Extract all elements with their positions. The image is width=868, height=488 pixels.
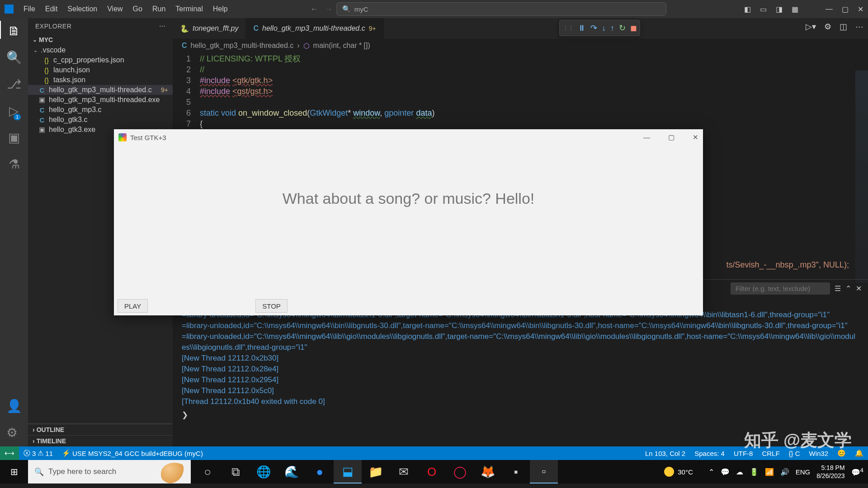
window-maximize-icon[interactable]: ▢ <box>842 5 849 14</box>
collapse-icon[interactable]: ⌃ <box>845 284 851 293</box>
cortana-icon[interactable]: ○ <box>193 460 222 483</box>
settings-gear-icon[interactable]: ⚙ <box>6 425 22 440</box>
gtk-close-icon[interactable]: ✕ <box>693 133 698 141</box>
layout-primary-icon[interactable]: ◧ <box>744 5 751 14</box>
vscode-taskbar-icon[interactable]: ⬓ <box>334 460 362 483</box>
testing-icon[interactable]: ⚗ <box>9 157 20 172</box>
start-button[interactable]: ⊞ <box>0 460 28 483</box>
chrome-icon[interactable]: 🌐 <box>250 460 278 483</box>
tray-volume-icon[interactable]: 🔊 <box>780 468 789 476</box>
drag-grip-icon[interactable]: ⋮⋮ <box>562 24 573 32</box>
file-item[interactable]: ▣hello_gtk_mp3_multi-threaded.exe <box>28 95 173 105</box>
run-debug-icon[interactable]: ▷1 <box>9 103 19 118</box>
tray-language[interactable]: ENG <box>796 468 811 476</box>
menu-terminal[interactable]: Terminal <box>171 3 207 15</box>
python-icon: 🐍 <box>180 24 189 33</box>
file-item[interactable]: {}tasks.json <box>28 75 173 85</box>
menu-edit[interactable]: Edit <box>41 3 62 15</box>
gtk-app-taskbar-icon[interactable]: ▫ <box>530 460 558 483</box>
tray-meet-icon[interactable]: 💬 <box>721 468 730 476</box>
weather-widget[interactable]: 30°C <box>664 467 693 477</box>
tray-onedrive-icon[interactable]: ☁ <box>736 468 743 476</box>
indentation[interactable]: Spaces: 4 <box>690 449 729 457</box>
nav-back-icon[interactable]: ← <box>310 5 318 14</box>
file-item[interactable]: Chello_gtk3.c <box>28 115 173 125</box>
opera-gx-icon[interactable]: ◯ <box>446 460 474 483</box>
terminal-taskbar-icon[interactable]: ▪ <box>502 460 530 483</box>
tab-hello-gtk[interactable]: C hello_gtk_mp3_multi-threaded.c 9+ <box>246 18 383 39</box>
timeline-section[interactable]: ›TIMELINE <box>28 435 173 446</box>
menu-file[interactable]: File <box>19 3 40 15</box>
terminal-filter-input[interactable] <box>731 282 830 295</box>
filter-icon[interactable]: ☰ <box>835 284 841 293</box>
zoom-icon[interactable]: ● <box>306 460 334 483</box>
gtk-minimize-icon[interactable]: — <box>643 133 650 141</box>
pause-icon[interactable]: ⏸ <box>578 23 586 33</box>
taskbar-search[interactable]: 🔍 Type here to search <box>28 460 191 483</box>
tray-battery-icon[interactable]: 🔋 <box>750 468 759 476</box>
tray-wifi-icon[interactable]: 📶 <box>765 468 774 476</box>
cursor-position[interactable]: Ln 103, Col 2 <box>641 449 690 457</box>
tab-tonegen[interactable]: 🐍 tonegen_fft.py <box>173 18 246 39</box>
nav-forward-icon[interactable]: → <box>325 5 333 14</box>
file-item[interactable]: {}launch.json <box>28 65 173 75</box>
minimap[interactable] <box>855 70 868 283</box>
stop-button[interactable]: STOP <box>255 299 288 313</box>
accounts-icon[interactable]: 👤 <box>6 399 22 413</box>
layout-secondary-icon[interactable]: ◨ <box>776 5 783 14</box>
close-panel-icon[interactable]: ✕ <box>856 284 862 293</box>
explorer-icon[interactable]: 🗎 <box>8 23 20 38</box>
source-control-icon[interactable]: ⎇ <box>7 77 21 92</box>
explorer-more-icon[interactable]: ⋯ <box>159 23 166 30</box>
window-minimize-icon[interactable]: — <box>826 5 833 13</box>
settings-icon[interactable]: ⚙ <box>824 22 831 32</box>
notifications-icon[interactable]: 🔔 <box>850 449 868 457</box>
edge-icon[interactable]: 🌊 <box>278 460 306 483</box>
file-item[interactable]: {}c_cpp_properties.json <box>28 55 173 65</box>
terminal-output[interactable]: \\bin\\libp11-kit-0.dll",thread-group="i… <box>173 297 868 446</box>
tray-chevron-icon[interactable]: ⌃ <box>708 468 714 476</box>
extensions-icon[interactable]: ▣ <box>8 130 20 145</box>
explorer-header: EXPLORER ⋯ <box>28 18 173 34</box>
more-actions-icon[interactable]: ⋯ <box>855 22 863 32</box>
menu-help[interactable]: Help <box>208 3 232 15</box>
gtk-maximize-icon[interactable]: ▢ <box>668 133 675 141</box>
stop-icon[interactable]: ◼ <box>630 23 637 33</box>
step-into-icon[interactable]: ↓ <box>602 23 606 33</box>
restart-icon[interactable]: ↻ <box>619 23 626 33</box>
problems-errors[interactable]: ⓧ 3 ⚠ 11 <box>19 449 57 458</box>
step-out-icon[interactable]: ↑ <box>610 23 614 33</box>
file-item-active[interactable]: Chello_gtk_mp3_multi-threaded.c9+ <box>28 85 173 95</box>
run-play-icon[interactable]: ▷▾ <box>806 22 816 32</box>
search-activity-icon[interactable]: 🔍 <box>6 50 22 65</box>
gtk-button-bar: PLAY STOP <box>114 299 703 315</box>
layout-panel-icon[interactable]: ▭ <box>760 5 767 14</box>
debug-toolbar[interactable]: ⋮⋮ ⏸ ↷ ↓ ↑ ↻ ◼ <box>559 20 640 36</box>
step-over-icon[interactable]: ↷ <box>590 23 597 33</box>
file-item[interactable]: Chello_gtk_mp3.c <box>28 105 173 115</box>
tray-clock[interactable]: 5:18 PM 8/26/2023 <box>816 464 844 480</box>
mail-icon[interactable]: ✉ <box>390 460 418 483</box>
play-button[interactable]: PLAY <box>118 299 148 313</box>
split-editor-icon[interactable]: ◫ <box>840 22 847 32</box>
menu-run[interactable]: Run <box>148 3 170 15</box>
menu-view[interactable]: View <box>103 3 127 15</box>
tray-notifications-icon[interactable]: 💬4 <box>851 467 863 477</box>
gtk-app-window[interactable]: Test GTK+3 — ▢ ✕ What about a song? or m… <box>114 129 703 315</box>
opera-icon[interactable]: O <box>418 460 446 483</box>
layout-customize-icon[interactable]: ▦ <box>792 5 798 14</box>
menu-go[interactable]: Go <box>128 3 147 15</box>
folder-vscode[interactable]: ⌄ .vscode <box>28 45 173 55</box>
breadcrumb[interactable]: C hello_gtk_mp3_multi-threaded.c › ⬡ mai… <box>173 39 868 52</box>
task-view-icon[interactable]: ⧉ <box>222 460 250 483</box>
menu-selection[interactable]: Selection <box>63 3 102 15</box>
window-close-icon[interactable]: ✕ <box>858 5 863 14</box>
workspace-root[interactable]: ⌄ MYC <box>28 34 173 45</box>
file-explorer-icon[interactable]: 📁 <box>362 460 390 483</box>
build-config[interactable]: ⚡ USE MSYS2_64 GCC build+dEBUG (myC) <box>57 449 208 457</box>
command-center[interactable]: 🔍 myC <box>336 2 666 16</box>
firefox-icon[interactable]: 🦊 <box>474 460 502 483</box>
remote-indicator[interactable]: ⟷ <box>0 446 19 460</box>
gtk-titlebar[interactable]: Test GTK+3 — ▢ ✕ <box>114 129 703 145</box>
outline-section[interactable]: ›OUTLINE <box>28 424 173 435</box>
